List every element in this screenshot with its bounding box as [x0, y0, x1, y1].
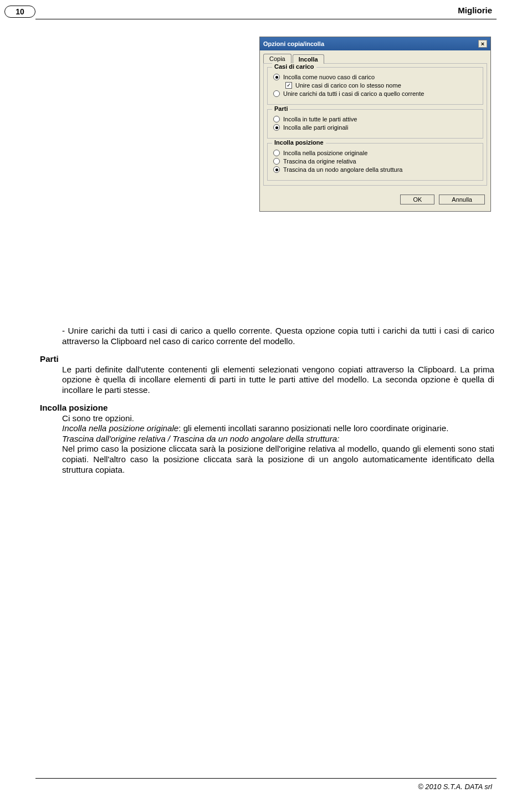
paragraph: - Unire carichi da tutti i casi di caric…: [62, 326, 494, 346]
radio-icon: [273, 74, 280, 80]
tab-copia[interactable]: Copia: [263, 54, 291, 63]
radio-incolla-nuovo-caso[interactable]: Incolla come nuovo caso di carico: [273, 74, 477, 80]
checkbox-icon: [285, 82, 292, 89]
option-label: Incolla nella posizione originale: [283, 150, 367, 156]
radio-icon: [273, 124, 280, 131]
radio-unire-carichi-corrente[interactable]: Unire carichi da tutti i casi di carico …: [273, 90, 477, 97]
close-icon[interactable]: ×: [478, 40, 487, 48]
header-divider: [35, 19, 497, 19]
dialog-title-text: Opzioni copia/incolla: [263, 40, 324, 47]
dialog-titlebar: Opzioni copia/incolla ×: [260, 37, 490, 50]
radio-incolla-parti-originali[interactable]: Incolla alle parti originali: [273, 124, 477, 131]
option-label: Incolla come nuovo caso di carico: [283, 74, 375, 80]
radio-icon: [273, 166, 280, 173]
option-label: Unire casi di carico con lo stesso nome: [295, 82, 401, 89]
annulla-button[interactable]: Annulla: [439, 195, 485, 204]
paragraph: Incolla nella posizione originale: gli e…: [62, 423, 494, 434]
group-casi-di-carico: Casi di carico Incolla come nuovo caso d…: [267, 67, 483, 105]
group-title-casi: Casi di carico: [272, 63, 316, 70]
ok-button[interactable]: OK: [400, 195, 434, 204]
options-dialog: Opzioni copia/incolla × Copia Incolla Ca…: [259, 37, 491, 212]
subheading-incolla-posizione: Incolla posizione: [40, 403, 494, 413]
radio-icon: [273, 150, 280, 156]
paragraph: Ci sono tre opzioni.: [62, 413, 494, 424]
radio-icon: [273, 158, 280, 165]
option-label: Trascina da origine relativa: [283, 158, 356, 165]
subheading-parti: Parti: [40, 354, 494, 365]
option-label: Incolla alle parti originali: [283, 124, 348, 131]
paragraph: Trascina dall'origine relativa / Trascin…: [62, 434, 494, 444]
option-label: Trascina da un nodo angolare della strut…: [283, 166, 402, 173]
option-label: Unire carichi da tutti i casi di carico …: [283, 90, 424, 97]
page-number-badge: 10: [4, 6, 35, 18]
dialog-tabs: Copia Incolla: [260, 50, 490, 63]
radio-trascina-origine-relativa[interactable]: Trascina da origine relativa: [273, 158, 477, 165]
tab-incolla[interactable]: Incolla: [293, 54, 324, 64]
page-title: Migliorie: [458, 6, 492, 15]
radio-incolla-parti-attive[interactable]: Incolla in tutte le parti attive: [273, 116, 477, 122]
option-label: Incolla in tutte le parti attive: [283, 116, 357, 122]
italic-term: Incolla nella posizione originale: [62, 423, 178, 433]
group-title-parti: Parti: [272, 105, 290, 112]
group-parti: Parti Incolla in tutte le parti attive I…: [267, 109, 483, 139]
radio-posizione-originale[interactable]: Incolla nella posizione originale: [273, 150, 477, 156]
radio-icon: [273, 116, 280, 122]
text-run: : gli elementi incollati saranno posizio…: [178, 423, 448, 433]
footer-divider: [35, 778, 497, 779]
document-text: - Unire carichi da tutti i casi di caric…: [40, 326, 494, 475]
dialog-body: Casi di carico Incolla come nuovo caso d…: [263, 63, 487, 186]
paragraph: Nel primo caso la posizione cliccata sar…: [62, 444, 494, 475]
checkbox-unire-casi-stesso-nome[interactable]: Unire casi di carico con lo stesso nome: [285, 82, 477, 89]
paragraph: Le parti definite dall'utente contenenti…: [62, 365, 494, 396]
group-title-posizione: Incolla posizione: [272, 139, 326, 146]
radio-trascina-nodo-angolare[interactable]: Trascina da un nodo angolare della strut…: [273, 166, 477, 173]
italic-term: Trascina dall'origine relativa / Trascin…: [62, 434, 339, 443]
footer-copyright: © 2010 S.T.A. DATA srl: [418, 782, 492, 791]
radio-icon: [273, 90, 280, 97]
dialog-buttons: OK Annulla: [260, 189, 490, 211]
group-incolla-posizione: Incolla posizione Incolla nella posizion…: [267, 143, 483, 181]
